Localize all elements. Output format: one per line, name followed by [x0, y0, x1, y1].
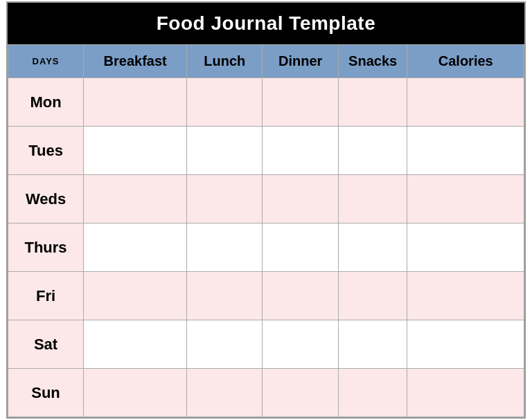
data-cell[interactable] — [407, 272, 524, 320]
day-cell: Weds — [8, 175, 84, 223]
day-cell: Mon — [8, 78, 84, 127]
day-cell: Fri — [8, 272, 84, 320]
data-cell[interactable] — [84, 175, 187, 223]
data-cell[interactable] — [187, 320, 263, 369]
data-cell[interactable] — [263, 127, 338, 175]
breakfast-header: Breakfast — [84, 45, 187, 78]
table-row: Thurs — [8, 223, 524, 272]
data-cell[interactable] — [338, 175, 407, 223]
data-cell[interactable] — [187, 223, 263, 272]
day-cell: Sat — [8, 320, 84, 369]
table-row: Sat — [8, 320, 524, 369]
data-cell[interactable] — [84, 127, 187, 175]
data-cell[interactable] — [187, 127, 263, 175]
day-cell: Tues — [8, 127, 84, 175]
data-cell[interactable] — [338, 127, 407, 175]
journal-container: Food Journal Template DAYS Breakfast Lun… — [6, 1, 526, 419]
data-cell[interactable] — [84, 78, 187, 127]
table-row: Mon — [8, 78, 524, 127]
table-row: Tues — [8, 127, 524, 175]
data-cell[interactable] — [263, 369, 338, 417]
table-body: MonTuesWedsThursFriSatSun — [8, 78, 524, 417]
dinner-header: Dinner — [263, 45, 338, 78]
table-row: Sun — [8, 369, 524, 417]
data-cell[interactable] — [84, 223, 187, 272]
data-cell[interactable] — [84, 272, 187, 320]
data-cell[interactable] — [338, 320, 407, 369]
data-cell[interactable] — [407, 320, 524, 369]
data-cell[interactable] — [187, 78, 263, 127]
data-cell[interactable] — [84, 320, 187, 369]
data-cell[interactable] — [263, 320, 338, 369]
snacks-header: Snacks — [338, 45, 407, 78]
day-cell: Sun — [8, 369, 84, 417]
data-cell[interactable] — [338, 369, 407, 417]
days-header: DAYS — [8, 45, 84, 78]
data-cell[interactable] — [263, 272, 338, 320]
data-cell[interactable] — [263, 175, 338, 223]
data-cell[interactable] — [187, 175, 263, 223]
table-row: Fri — [8, 272, 524, 320]
data-cell[interactable] — [407, 223, 524, 272]
data-cell[interactable] — [187, 369, 263, 417]
lunch-header: Lunch — [187, 45, 263, 78]
data-cell[interactable] — [338, 223, 407, 272]
data-cell[interactable] — [263, 78, 338, 127]
data-cell[interactable] — [187, 272, 263, 320]
journal-table: DAYS Breakfast Lunch Dinner Snacks Calor… — [8, 44, 524, 417]
data-cell[interactable] — [338, 78, 407, 127]
data-cell[interactable] — [263, 223, 338, 272]
calories-header: Calories — [407, 45, 524, 78]
data-cell[interactable] — [84, 369, 187, 417]
data-cell[interactable] — [407, 78, 524, 127]
data-cell[interactable] — [407, 175, 524, 223]
data-cell[interactable] — [338, 272, 407, 320]
data-cell[interactable] — [407, 369, 524, 417]
day-cell: Thurs — [8, 223, 84, 272]
data-cell[interactable] — [407, 127, 524, 175]
table-header-row: DAYS Breakfast Lunch Dinner Snacks Calor… — [8, 45, 524, 78]
journal-title: Food Journal Template — [8, 3, 524, 44]
table-row: Weds — [8, 175, 524, 223]
